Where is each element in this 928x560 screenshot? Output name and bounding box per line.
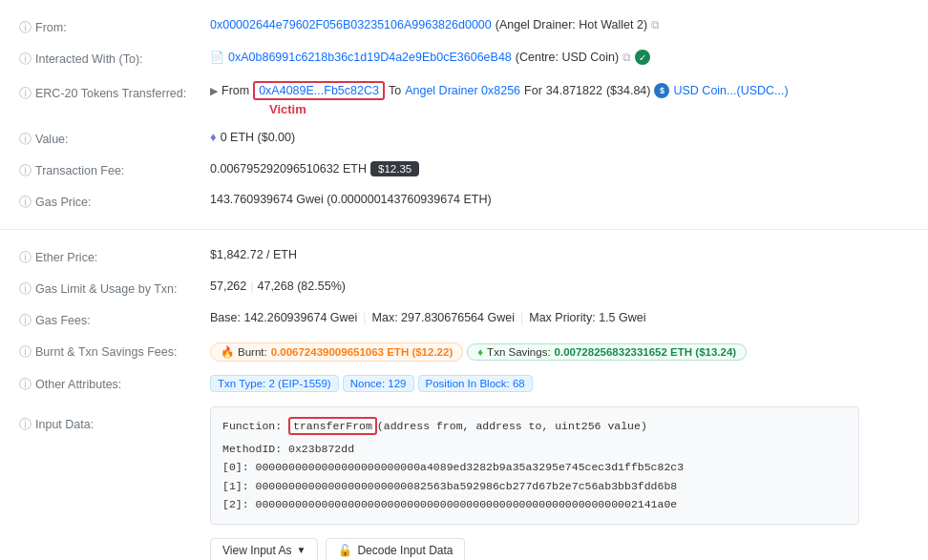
row-txn-fee: ⓘ Transaction Fee: 0.006795292096510632 … <box>19 155 909 186</box>
savings-value: 0.00728256832331652 ETH ($13.24) <box>555 346 737 358</box>
method-id: 0x23b872dd <box>288 443 354 455</box>
usdc-token-icon: $ <box>654 83 669 98</box>
erc20-amount: 34.871822 <box>546 84 602 97</box>
param-1: [1]: 00000000000000000000000082563ba5929… <box>222 477 847 496</box>
copy-icon-from[interactable]: ⧉ <box>651 18 660 31</box>
interacted-address-link[interactable]: 0xA0b86991c6218b36c1d19D4a2e9Eb0cE3606eB… <box>228 51 512 64</box>
info-icon-input: ⓘ <box>19 416 32 433</box>
ether-price-value: $1,842.72 / ETH <box>210 248 909 261</box>
section-bottom: ⓘ Ether Price: $1,842.72 / ETH ⓘ Gas Lim… <box>0 230 928 560</box>
erc20-label: ⓘ ERC-20 Tokens Transferred: <box>19 81 210 102</box>
interacted-label: ⓘ Interacted With (To): <box>19 50 210 68</box>
savings-badge: ♦ Txn Savings: 0.00728256832331652 ETH (… <box>467 343 747 361</box>
input-data-label: ⓘ Input Data: <box>19 406 210 433</box>
gas-price-value: 143.760939674 Gwei (0.000000143760939674… <box>210 193 909 206</box>
transaction-details: ⓘ From: 0x00002644e79602F056B03235106A99… <box>0 0 928 560</box>
ether-price-label: ⓘ Ether Price: <box>19 248 210 266</box>
burnt-badge: 🔥 Burnt: 0.00672439009651063 ETH ($12.22… <box>210 342 463 362</box>
value-label: ⓘ Value: <box>19 130 210 148</box>
function-params: (address from, address to, uint256 value… <box>377 420 647 432</box>
burnt-value: 0.00672439009651063 ETH ($12.22) <box>271 346 453 358</box>
method-id-line: MethodID: 0x23b872dd <box>222 440 847 459</box>
info-icon-gas-fees: ⓘ <box>19 312 32 329</box>
info-icon-value: ⓘ <box>19 131 32 148</box>
fire-icon: 🔥 <box>221 345 234 359</box>
other-attr-label: ⓘ Other Attributes: <box>19 375 210 393</box>
erc20-for-text: For <box>524 84 542 97</box>
erc20-to-text: To <box>389 84 401 97</box>
input-buttons: View Input As ▼ 🔓 Decode Input Data <box>210 538 465 560</box>
row-burnt-savings: ⓘ Burnt & Txn Savings Fees: 🔥 Burnt: 0.0… <box>19 336 909 368</box>
function-line: Function: transferFrom(address from, add… <box>222 417 847 436</box>
position-badge: Position In Block: 68 <box>418 375 533 392</box>
input-data-box: Function: transferFrom(address from, add… <box>210 406 859 525</box>
from-label: ⓘ From: <box>19 18 210 36</box>
row-gas-limit: ⓘ Gas Limit & Usage by Txn: 57,262 | 47,… <box>19 273 909 304</box>
info-icon-gas: ⓘ <box>19 194 32 211</box>
row-other-attributes: ⓘ Other Attributes: Txn Type: 2 (EIP-155… <box>19 368 909 400</box>
txn-fee-value: 0.006795292096510632 ETH $12.35 <box>210 161 909 176</box>
view-input-as-button[interactable]: View Input As ▼ <box>210 538 318 560</box>
param-0-index: [0]: <box>222 461 249 473</box>
from-value: 0x00002644e79602F056B03235106A9963826d00… <box>210 18 909 31</box>
decode-input-data-button[interactable]: 🔓 Decode Input Data <box>326 538 465 560</box>
savings-label-text: Txn Savings: <box>487 346 550 358</box>
victim-label: Victim <box>269 102 306 116</box>
contract-icon: 📄 <box>210 51 224 64</box>
param-2: [2]: 00000000000000000000000000000000000… <box>222 495 847 514</box>
erc20-to-address[interactable]: Angel Drainer 0x8256 <box>405 84 520 97</box>
fee-badge: $12.35 <box>370 161 419 176</box>
row-ether-price: ⓘ Ether Price: $1,842.72 / ETH <box>19 241 909 273</box>
interacted-value: 📄 0xA0b86991c6218b36c1d19D4a2e9Eb0cE3606… <box>210 50 909 65</box>
burnt-label: ⓘ Burnt & Txn Savings Fees: <box>19 342 210 361</box>
gas-fees-value: Base: 142.260939674 Gwei | Max: 297.8306… <box>210 311 909 324</box>
interacted-alias: (Centre: USD Coin) <box>516 51 619 64</box>
erc20-from-address[interactable]: 0xA4089E...Fb5c82C3 <box>253 81 385 100</box>
info-icon-erc20: ⓘ <box>19 85 32 102</box>
pipe2: | <box>520 311 523 324</box>
param-0: [0]: 0000000000000000000000000a4089ed328… <box>222 458 847 477</box>
row-input-data: ⓘ Input Data: Function: transferFrom(add… <box>19 400 909 560</box>
info-icon-attrs: ⓘ <box>19 376 32 393</box>
info-icon-gas-limit: ⓘ <box>19 280 32 298</box>
verified-icon: ✓ <box>635 50 650 65</box>
savings-icon: ♦ <box>477 346 483 358</box>
arrow-icon: ▶ <box>210 85 218 97</box>
erc20-value: ▶ From 0xA4089E...Fb5c82C3 To Angel Drai… <box>210 81 909 116</box>
row-interacted: ⓘ Interacted With (To): 📄 0xA0b86991c621… <box>19 43 909 74</box>
decode-icon: 🔓 <box>338 544 352 557</box>
value-amount: ♦ 0 ETH ($0.00) <box>210 130 909 144</box>
gas-limit-value: 57,262 | 47,268 (82.55%) <box>210 280 909 293</box>
pipe-separator: | <box>250 280 253 293</box>
function-label: Function: <box>222 420 282 432</box>
method-id-label: MethodID: <box>222 443 282 455</box>
chevron-down-icon: ▼ <box>297 545 306 555</box>
row-value: ⓘ Value: ♦ 0 ETH ($0.00) <box>19 123 909 155</box>
param-2-index: [2]: <box>222 498 249 510</box>
burnt-label-text: Burnt: <box>238 346 267 358</box>
function-name-highlight: transferFrom <box>288 417 377 435</box>
section-top: ⓘ From: 0x00002644e79602F056B03235106A99… <box>0 0 928 230</box>
gas-price-label: ⓘ Gas Price: <box>19 193 210 211</box>
from-alias: (Angel Drainer: Hot Wallet 2) <box>496 18 647 31</box>
other-attr-value: Txn Type: 2 (EIP-1559) Nonce: 129 Positi… <box>210 375 909 392</box>
gas-fees-label: ⓘ Gas Fees: <box>19 311 210 329</box>
gas-limit-label: ⓘ Gas Limit & Usage by Txn: <box>19 280 210 298</box>
row-gas-fees: ⓘ Gas Fees: Base: 142.260939674 Gwei | M… <box>19 304 909 336</box>
erc20-usd: ($34.84) <box>606 84 651 97</box>
eth-icon-value: ♦ <box>210 130 217 144</box>
input-data-content: Function: transferFrom(address from, add… <box>210 406 909 560</box>
row-gas-price: ⓘ Gas Price: 143.760939674 Gwei (0.00000… <box>19 186 909 218</box>
nonce-badge: Nonce: 129 <box>343 375 414 392</box>
info-icon-interacted: ⓘ <box>19 51 32 68</box>
row-from: ⓘ From: 0x00002644e79602F056B03235106A99… <box>19 11 909 43</box>
pipe1: | <box>363 311 366 324</box>
erc20-token-name[interactable]: USD Coin...(USDC...) <box>673 84 788 97</box>
row-erc20: ⓘ ERC-20 Tokens Transferred: ▶ From 0xA4… <box>19 74 909 123</box>
from-address-link[interactable]: 0x00002644e79602F056B03235106A9963826d00… <box>210 18 492 31</box>
info-icon-from: ⓘ <box>19 19 32 36</box>
info-icon-fee: ⓘ <box>19 162 32 179</box>
copy-icon-interacted[interactable]: ⧉ <box>622 51 631 64</box>
txn-fee-label: ⓘ Transaction Fee: <box>19 161 210 179</box>
info-icon-burnt: ⓘ <box>19 343 32 361</box>
